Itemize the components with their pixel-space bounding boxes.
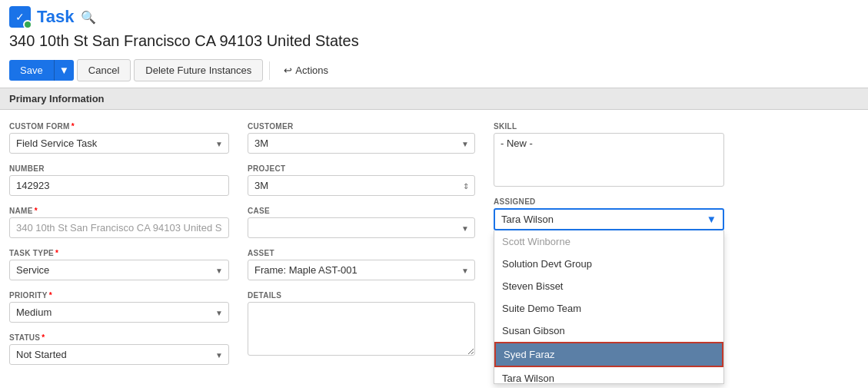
page-title: Task	[37, 7, 75, 27]
delete-future-button[interactable]: Delete Future Instances	[134, 59, 263, 81]
priority-field: PRIORITY* Medium ▼	[9, 291, 229, 323]
priority-select-wrapper: Medium ▼	[9, 302, 229, 323]
number-field: NUMBER	[9, 164, 229, 196]
asset-label: ASSET	[248, 249, 475, 257]
app-icon: ✓	[9, 6, 31, 28]
list-item[interactable]: Scott Winborne	[494, 230, 723, 253]
customer-label: CUSTOMER	[248, 122, 475, 131]
skill-field: SKILL - New -	[494, 122, 724, 187]
actions-button[interactable]: ↩ Actions	[276, 60, 336, 81]
custom-form-label: CUSTOM FORM*	[9, 122, 229, 131]
breadcrumb-title: 340 10th St San Francisco CA 94103 Unite…	[0, 31, 868, 56]
task-type-field: TASK TYPE* Service ▼	[9, 249, 229, 280]
custom-form-select-wrapper: Field Service Task ▼	[9, 133, 229, 154]
assigned-input-row: ▼	[494, 208, 724, 230]
assigned-dropdown-btn[interactable]: ▼	[700, 210, 723, 229]
list-item[interactable]: Tara Wilson	[494, 367, 723, 384]
status-field: STATUS* Not Started ▼	[9, 333, 229, 365]
skill-box[interactable]: - New -	[494, 133, 724, 187]
app-icon-badge	[23, 20, 32, 29]
list-item[interactable]: Steven Bisset	[494, 275, 723, 297]
assigned-input[interactable]	[495, 210, 700, 229]
assigned-field: ASSIGNED ▼ Scott Winborne Solution Devt …	[494, 197, 724, 230]
priority-select[interactable]: Medium	[9, 302, 229, 323]
details-textarea[interactable]	[248, 302, 475, 356]
skill-label: SKILL	[494, 122, 724, 131]
customer-select-wrapper: 3M ▼	[248, 133, 475, 154]
save-dropdown-button[interactable]: ▼	[54, 60, 74, 81]
list-item-syed-faraz[interactable]: Syed Faraz	[494, 342, 723, 367]
list-item[interactable]: Suite Demo Team	[494, 297, 723, 320]
project-field: PROJECT 3M ⇕	[248, 164, 475, 196]
status-select[interactable]: Not Started	[9, 344, 229, 365]
skill-value: - New -	[501, 138, 533, 149]
project-select-wrapper: 3M ⇕	[248, 175, 475, 196]
name-field: NAME*	[9, 207, 229, 238]
actions-icon: ↩	[284, 65, 292, 76]
customer-field: CUSTOMER 3M ▼	[248, 122, 475, 154]
asset-select-wrapper: Frame: Maple AST-001 ▼	[248, 260, 475, 280]
save-button-group: Save ▼	[9, 60, 74, 81]
task-type-select-wrapper: Service ▼	[9, 260, 229, 280]
customer-select[interactable]: 3M	[248, 133, 475, 154]
form-col-left: CUSTOM FORM* Field Service Task ▼ NUMBER…	[9, 122, 248, 376]
form-col-right: SKILL - New - ASSIGNED ▼ Scott Winborne …	[494, 122, 724, 376]
list-item[interactable]: Solution Devt Group	[494, 253, 723, 275]
assigned-label: ASSIGNED	[494, 197, 724, 206]
primary-information-header: Primary Information	[0, 88, 868, 110]
name-input[interactable]	[9, 217, 229, 238]
cancel-button[interactable]: Cancel	[77, 59, 131, 81]
form-col-middle: CUSTOMER 3M ▼ PROJECT 3M ⇕ CASE	[248, 122, 494, 376]
case-select[interactable]	[248, 217, 475, 238]
case-select-wrapper: ▼	[248, 217, 475, 238]
task-type-select[interactable]: Service	[9, 260, 229, 280]
case-field: CASE ▼	[248, 207, 475, 238]
details-label: DETAILS	[248, 291, 475, 300]
case-label: CASE	[248, 207, 475, 215]
actions-label: Actions	[295, 65, 328, 76]
search-icon[interactable]: 🔍	[81, 10, 96, 25]
number-input[interactable]	[9, 175, 229, 196]
task-type-label: TASK TYPE*	[9, 249, 229, 257]
status-select-wrapper: Not Started ▼	[9, 344, 229, 365]
project-label: PROJECT	[248, 164, 475, 173]
status-label: STATUS*	[9, 333, 229, 342]
custom-form-field: CUSTOM FORM* Field Service Task ▼	[9, 122, 229, 154]
asset-field: ASSET Frame: Maple AST-001 ▼	[248, 249, 475, 280]
form-body: CUSTOM FORM* Field Service Task ▼ NUMBER…	[0, 110, 868, 388]
name-label: NAME*	[9, 207, 229, 215]
project-select[interactable]: 3M	[248, 175, 475, 196]
asset-select[interactable]: Frame: Maple AST-001	[248, 260, 475, 280]
priority-label: PRIORITY*	[9, 291, 229, 300]
assigned-dropdown-list: Scott Winborne Solution Devt Group Steve…	[494, 230, 724, 384]
save-button[interactable]: Save	[9, 60, 54, 81]
list-item[interactable]: Susan Gibson	[494, 320, 723, 342]
details-field: DETAILS	[248, 291, 475, 358]
toolbar: Save ▼ Cancel Delete Future Instances ↩ …	[0, 56, 868, 88]
toolbar-separator	[269, 61, 270, 80]
custom-form-select[interactable]: Field Service Task	[9, 133, 229, 154]
number-label: NUMBER	[9, 164, 229, 173]
assigned-wrapper: ▼ Scott Winborne Solution Devt Group Ste…	[494, 208, 724, 230]
